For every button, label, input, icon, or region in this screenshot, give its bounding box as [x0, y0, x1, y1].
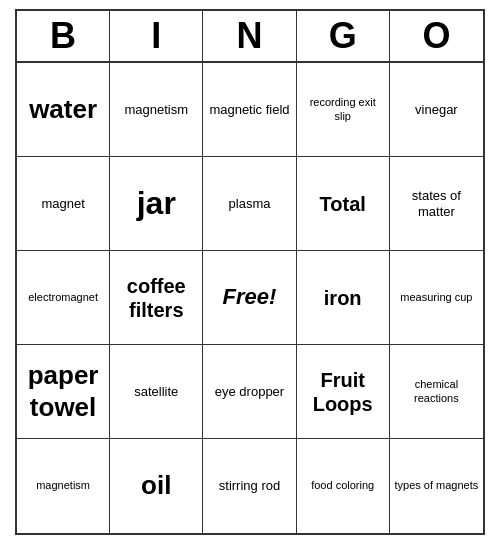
bingo-cell: jar	[110, 157, 203, 251]
bingo-cell: plasma	[203, 157, 296, 251]
bingo-cell: electromagnet	[17, 251, 110, 345]
bingo-cell: magnetism	[17, 439, 110, 533]
header-letter: N	[203, 11, 296, 61]
bingo-cell: eye dropper	[203, 345, 296, 439]
bingo-cell: Fruit Loops	[297, 345, 390, 439]
bingo-cell: water	[17, 63, 110, 157]
bingo-cell: paper towel	[17, 345, 110, 439]
bingo-cell: iron	[297, 251, 390, 345]
bingo-cell: recording exit slip	[297, 63, 390, 157]
bingo-cell: stirring rod	[203, 439, 296, 533]
bingo-cell: states of matter	[390, 157, 483, 251]
bingo-cell: vinegar	[390, 63, 483, 157]
bingo-card: BINGO watermagnetismmagnetic fieldrecord…	[15, 9, 485, 535]
bingo-cell: types of magnets	[390, 439, 483, 533]
bingo-cell: chemical reactions	[390, 345, 483, 439]
bingo-cell: Free!	[203, 251, 296, 345]
header-letter: O	[390, 11, 483, 61]
header-letter: I	[110, 11, 203, 61]
bingo-cell: coffee filters	[110, 251, 203, 345]
header-letter: B	[17, 11, 110, 61]
bingo-cell: magnet	[17, 157, 110, 251]
bingo-grid: watermagnetismmagnetic fieldrecording ex…	[17, 63, 483, 533]
bingo-cell: magnetic field	[203, 63, 296, 157]
bingo-header: BINGO	[17, 11, 483, 63]
bingo-cell: measuring cup	[390, 251, 483, 345]
bingo-cell: magnetism	[110, 63, 203, 157]
header-letter: G	[297, 11, 390, 61]
bingo-cell: food coloring	[297, 439, 390, 533]
bingo-cell: oil	[110, 439, 203, 533]
bingo-cell: satellite	[110, 345, 203, 439]
bingo-cell: Total	[297, 157, 390, 251]
